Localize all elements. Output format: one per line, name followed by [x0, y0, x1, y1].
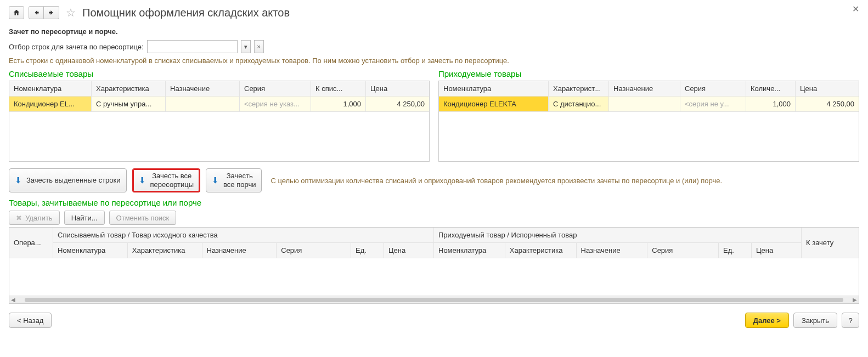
filter-clear-button[interactable]: ×: [254, 40, 264, 53]
col-sub[interactable]: Ед.: [719, 243, 752, 258]
help-button[interactable]: ?: [842, 313, 859, 328]
col-header[interactable]: Номенклатура: [9, 81, 92, 96]
cell-qty: 1,000: [311, 97, 366, 111]
credit-selected-button[interactable]: ⬇ Зачесть выделенные строки: [9, 168, 127, 192]
page-title: Помощник оформления складских актов: [82, 7, 290, 19]
cell-nomenclature: Кондиционер EL...: [9, 97, 92, 111]
back-step-button[interactable]: < Назад: [9, 313, 52, 328]
col-sub[interactable]: Цена: [384, 243, 433, 258]
cell-qty: 1,000: [746, 97, 796, 111]
arrow-down-icon: ⬇: [15, 175, 22, 185]
col-sub[interactable]: Назначение: [202, 243, 277, 258]
filter-input[interactable]: [147, 40, 238, 53]
cell-assignment: [609, 97, 680, 111]
btn-label: Закрыть: [802, 316, 829, 325]
next-step-button[interactable]: Далее >: [745, 313, 789, 328]
find-button[interactable]: Найти...: [64, 211, 105, 225]
btn-label: < Назад: [17, 316, 43, 325]
col-header[interactable]: Цена: [796, 81, 859, 96]
table-row[interactable]: Кондиционер ELEKTA С дистанцио... <серия…: [439, 97, 859, 112]
col-sub[interactable]: Номенклатура: [53, 243, 128, 258]
credited-section-title: Товары, зачитываемые по пересортице или …: [9, 198, 859, 207]
cancel-find-button[interactable]: Отменить поиск: [109, 211, 177, 225]
col-header[interactable]: Характеристика: [92, 81, 166, 96]
btn-label: Найти...: [71, 214, 98, 222]
col-sub[interactable]: Характеристика: [128, 243, 202, 258]
col-group-left[interactable]: Списываемый товар / Товар исходного каче…: [53, 228, 433, 243]
filter-hint: Есть строки с одинаковой номенклатурой в…: [9, 56, 859, 65]
col-header[interactable]: Назначение: [609, 81, 680, 96]
grid-empty-area: [9, 258, 859, 296]
btn-label: Далее >: [753, 316, 781, 325]
btn-label: ?: [848, 316, 852, 325]
col-sub[interactable]: Назначение: [577, 243, 648, 258]
cell-series: <серия не указ...: [240, 97, 311, 111]
cell-characteristic: С дистанцио...: [549, 97, 609, 111]
col-header[interactable]: Серия: [680, 81, 746, 96]
btn-label: Отменить поиск: [116, 214, 170, 222]
close-icon[interactable]: ✕: [849, 3, 863, 15]
table-row[interactable]: Кондиционер EL... С ручным упра... <сери…: [9, 97, 429, 112]
cell-price: 4 250,00: [366, 97, 429, 111]
btn-label: Зачесть выделенные строки: [26, 176, 121, 185]
home-button[interactable]: [9, 6, 24, 19]
col-sub[interactable]: Ед.: [351, 243, 384, 258]
credit-all-resort-button[interactable]: ⬇ Зачесть всепересортицы: [132, 168, 201, 192]
scroll-left-icon[interactable]: ◀: [9, 297, 17, 303]
col-sub[interactable]: Номенклатура: [434, 243, 505, 258]
col-header[interactable]: Серия: [240, 81, 311, 96]
section-subtitle: Зачет по пересортице и порче.: [9, 27, 859, 36]
btn-label: Зачесть всепересортицы: [150, 172, 194, 189]
col-credit[interactable]: К зачету: [802, 228, 859, 258]
arrow-down-icon: ⬇: [139, 175, 146, 185]
cell-series: <серия не у...: [680, 97, 746, 111]
left-pane-title: Списываемые товары: [9, 69, 430, 78]
arrow-down-icon: ⬇: [212, 175, 219, 185]
credit-all-spoilage-button[interactable]: ⬇ Зачестьвсе порчи: [206, 168, 262, 192]
cell-characteristic: С ручным упра...: [92, 97, 166, 111]
scrollbar-thumb[interactable]: [25, 298, 843, 302]
btn-label: Удалить: [25, 214, 53, 222]
col-header[interactable]: Назначение: [166, 81, 240, 96]
col-sub[interactable]: Цена: [752, 243, 801, 258]
col-header[interactable]: К спис...: [311, 81, 366, 96]
right-pane-title: Приходуемые товары: [438, 69, 859, 78]
filter-label: Отбор строк для зачета по пересортице:: [9, 43, 144, 51]
col-header[interactable]: Характерист...: [549, 81, 609, 96]
x-icon: ✖: [16, 214, 22, 222]
col-header[interactable]: Цена: [366, 81, 429, 96]
cell-price: 4 250,00: [796, 97, 859, 111]
col-sub[interactable]: Серия: [647, 243, 719, 258]
back-button[interactable]: [29, 6, 44, 19]
filter-dropdown-button[interactable]: ▾: [241, 40, 251, 53]
close-button[interactable]: Закрыть: [793, 313, 837, 328]
right-grid[interactable]: Номенклатура Характерист... Назначение С…: [438, 81, 859, 162]
col-sub[interactable]: Серия: [277, 243, 351, 258]
col-header[interactable]: Количе...: [746, 81, 796, 96]
btn-label: Зачестьвсе порчи: [223, 172, 256, 189]
col-sub[interactable]: Характеристика: [505, 243, 577, 258]
action-hint: С целью оптимизации количества списаний …: [270, 177, 859, 185]
credited-grid[interactable]: Опера... Списываемый товар / Товар исход…: [9, 227, 859, 304]
col-operation[interactable]: Опера...: [9, 228, 53, 258]
grid-empty-area: [439, 112, 859, 161]
cell-assignment: [166, 97, 240, 111]
forward-button[interactable]: [44, 6, 59, 19]
grid-empty-area: [9, 112, 429, 161]
favorite-star-icon[interactable]: ☆: [66, 6, 76, 19]
scroll-right-icon[interactable]: ▶: [851, 297, 859, 303]
col-header[interactable]: Номенклатура: [439, 81, 549, 96]
left-grid[interactable]: Номенклатура Характеристика Назначение С…: [9, 81, 430, 162]
delete-button[interactable]: ✖ Удалить: [9, 211, 60, 225]
cell-nomenclature: Кондиционер ELEKTA: [439, 97, 549, 111]
col-group-right[interactable]: Приходуемый товар / Испорченный товар: [434, 228, 801, 243]
horizontal-scrollbar[interactable]: ◀ ▶: [9, 296, 859, 303]
